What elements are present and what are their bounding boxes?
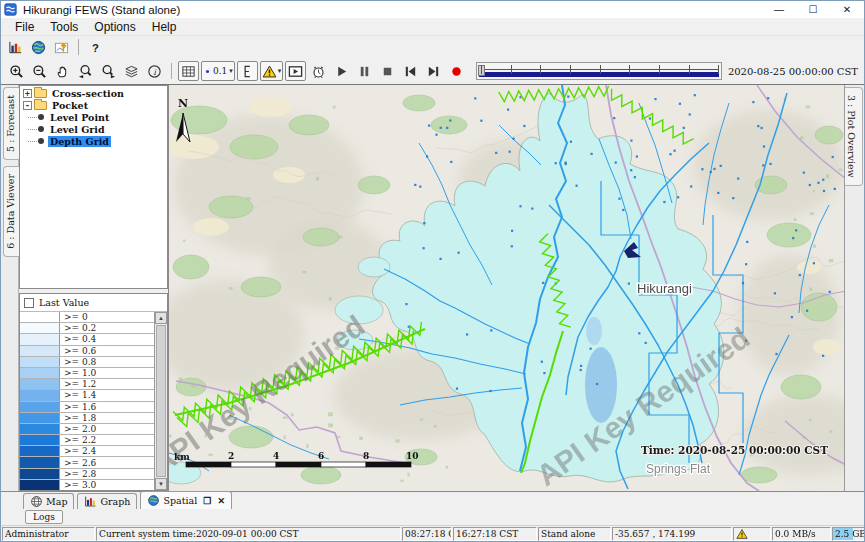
tab-spatial[interactable]: Spatial❐✕ xyxy=(140,491,231,509)
maximize-button[interactable]: ☐ xyxy=(796,1,830,18)
status-memory-usage: 2.5 GB xyxy=(832,527,865,541)
legend-row[interactable]: >= 2.8 xyxy=(20,469,154,480)
pan-button[interactable] xyxy=(52,61,73,81)
legend-row[interactable]: >= 0 xyxy=(20,312,154,323)
tree-connector xyxy=(28,141,37,142)
legend-label: >= 0.2 xyxy=(60,323,154,333)
scroll-thumb[interactable] xyxy=(156,325,166,477)
zoom-previous-button[interactable] xyxy=(75,61,96,81)
record-button[interactable] xyxy=(446,61,467,81)
tab-map[interactable]: Map xyxy=(23,493,74,509)
logs-display-button[interactable] xyxy=(5,37,26,57)
map-view[interactable]: N Hikurangi Springs Flat API Key Require… xyxy=(169,85,844,491)
legend-row[interactable]: >= 0.2 xyxy=(20,323,154,334)
dot-icon xyxy=(203,67,212,76)
scroll-up-icon[interactable]: ▲ xyxy=(155,312,167,324)
record-icon xyxy=(449,64,464,79)
layers-button[interactable] xyxy=(121,61,142,81)
chevron-down-icon: ▾ xyxy=(278,67,282,75)
legend-label: >= 0.6 xyxy=(60,346,154,356)
menu-file[interactable]: File xyxy=(7,20,42,34)
app-icon xyxy=(4,3,17,16)
legend-row[interactable]: >= 3.0 xyxy=(20,480,154,490)
timeline-tick xyxy=(481,65,482,74)
filter-tree: +Cross-section-PocketLevel PointLevel Gr… xyxy=(19,85,168,289)
restore-panel-button[interactable]: ❐ xyxy=(203,496,211,506)
zoom-next-button[interactable] xyxy=(98,61,119,81)
legend-row[interactable]: >= 2.4 xyxy=(20,446,154,457)
tree-item-level-grid[interactable]: Level Grid xyxy=(20,123,167,135)
tab-label: Spatial xyxy=(163,495,197,506)
legend-table: >= 0>= 0.2>= 0.4>= 0.6>= 0.8>= 1.0>= 1.2… xyxy=(20,311,167,490)
legend-row[interactable]: >= 2.6 xyxy=(20,457,154,468)
svg-text:4: 4 xyxy=(273,451,279,461)
grid-precision-dropdown[interactable]: 0.1▾ xyxy=(201,61,235,81)
step-backward-button[interactable] xyxy=(400,61,421,81)
longitudinal-profile-button[interactable] xyxy=(237,61,258,81)
menu-options[interactable]: Options xyxy=(86,20,143,34)
stop-button[interactable] xyxy=(377,61,398,81)
collapse-icon[interactable]: - xyxy=(23,101,32,110)
legend-row[interactable]: >= 1.4 xyxy=(20,390,154,401)
zoom-out-button[interactable] xyxy=(29,61,50,81)
menu-tools[interactable]: Tools xyxy=(42,20,86,34)
tree-item-level-point[interactable]: Level Point xyxy=(20,112,167,124)
tree-item-label: Depth Grid xyxy=(48,136,111,147)
tab-graph[interactable]: Graph xyxy=(77,493,137,509)
legend-label: >= 1.2 xyxy=(60,379,154,389)
map-globe-icon xyxy=(30,495,43,508)
info-button[interactable]: i xyxy=(144,61,165,81)
legend-row[interactable]: >= 1.6 xyxy=(20,402,154,413)
menu-help[interactable]: Help xyxy=(144,20,185,34)
tree-item-cross-section[interactable]: +Cross-section xyxy=(20,88,167,100)
tree-item-label: Pocket xyxy=(50,100,90,111)
grid-toggle-button[interactable] xyxy=(178,61,199,81)
grid-display-button[interactable] xyxy=(51,37,72,57)
svg-text:i: i xyxy=(153,66,157,76)
scale-bar-segment xyxy=(231,462,276,467)
timeline-slider[interactable] xyxy=(476,62,722,80)
legend-row[interactable]: >= 0.6 xyxy=(20,346,154,357)
legend-row[interactable]: >= 1.8 xyxy=(20,413,154,424)
legend-row[interactable]: >= 0.8 xyxy=(20,357,154,368)
legend-label: >= 0 xyxy=(60,312,154,322)
tree-item-pocket[interactable]: -Pocket xyxy=(20,100,167,112)
scroll-down-icon[interactable]: ▼ xyxy=(155,478,167,490)
step-forward-button[interactable] xyxy=(423,61,444,81)
tree-item-depth-grid[interactable]: Depth Grid xyxy=(20,135,167,147)
logs-button[interactable]: Logs xyxy=(25,510,63,524)
legend-row[interactable]: >= 1.0 xyxy=(20,368,154,379)
status-local-time: 16:27:18 CST xyxy=(453,527,537,541)
spatial-display-button[interactable] xyxy=(28,37,49,57)
pause-button[interactable] xyxy=(354,61,375,81)
minimize-button[interactable]: — xyxy=(762,1,796,18)
tab-plot-overview[interactable]: 3 : Plot Overview xyxy=(845,87,863,186)
legend-row[interactable]: >= 2.2 xyxy=(20,435,154,446)
folder-icon xyxy=(34,101,47,110)
svg-text:6: 6 xyxy=(318,451,324,461)
close-button[interactable]: ✕ xyxy=(830,1,864,18)
status-current-user: Administrator xyxy=(2,527,95,541)
animation-button[interactable] xyxy=(285,61,306,81)
status-operation-mode: Stand alone xyxy=(538,527,611,541)
last-value-checkbox[interactable] xyxy=(24,298,34,308)
profile-icon xyxy=(240,64,255,79)
tab-forecast[interactable]: 5 : Forecast xyxy=(3,87,19,160)
status-gmt-time: 08:27:18 GMT xyxy=(402,527,452,541)
tab-data-viewer[interactable]: 6 : Data Viewer xyxy=(3,166,19,257)
timeline-tick xyxy=(600,65,601,74)
legend-scrollbar[interactable]: ▲ ▼ xyxy=(154,312,167,490)
legend-row[interactable]: >= 1.2 xyxy=(20,379,154,390)
animation-timer-button[interactable] xyxy=(308,61,329,81)
legend-row[interactable]: >= 2.0 xyxy=(20,424,154,435)
zoom-out-icon xyxy=(32,64,47,79)
help-button[interactable]: ? xyxy=(85,37,106,57)
close-panel-button[interactable]: ✕ xyxy=(217,496,225,506)
zoom-in-button[interactable] xyxy=(6,61,27,81)
legend-row[interactable]: >= 0.4 xyxy=(20,334,154,345)
scale-bar-segment xyxy=(276,462,321,467)
warnings-dropdown[interactable]: ▾ xyxy=(260,61,284,81)
tree-connector xyxy=(28,129,37,130)
play-button[interactable] xyxy=(331,61,352,81)
expand-icon[interactable]: + xyxy=(23,89,32,98)
